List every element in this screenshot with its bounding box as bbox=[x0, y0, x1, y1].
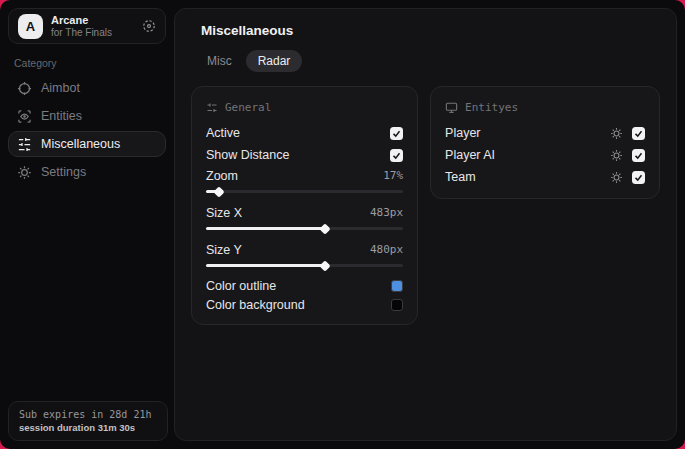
color-row-background: Color background bbox=[206, 295, 403, 314]
sidebar-item-label: Settings bbox=[41, 165, 86, 179]
category-label: Category bbox=[14, 57, 160, 69]
size-y-value: 480px bbox=[370, 243, 403, 256]
sidebar-item-aimbot[interactable]: Aimbot bbox=[8, 75, 166, 101]
sidebar-item-label: Miscellaneous bbox=[41, 137, 120, 151]
toggle-row-active: Active bbox=[206, 122, 403, 144]
tab-radar[interactable]: Radar bbox=[246, 50, 303, 72]
sliders-small-icon bbox=[206, 102, 218, 114]
tab-bar: Misc Radar bbox=[193, 48, 304, 74]
entity-gear-icon[interactable] bbox=[610, 127, 623, 140]
sidebar-item-entities[interactable]: Entities bbox=[8, 103, 166, 129]
slider-thumb[interactable] bbox=[320, 260, 331, 271]
slider-row-size-y: Size Y 480px bbox=[206, 240, 403, 259]
subscription-card: Sub expires in 28d 21h session duration … bbox=[8, 401, 168, 441]
color-outline-swatch[interactable] bbox=[391, 280, 403, 292]
tab-misc[interactable]: Misc bbox=[195, 50, 244, 72]
slider-row-size-x: Size X 483px bbox=[206, 203, 403, 222]
sidebar-item-miscellaneous[interactable]: Miscellaneous bbox=[8, 131, 166, 157]
zoom-value: 17% bbox=[383, 169, 403, 182]
sub-expiry-text: Sub expires in 28d 21h bbox=[19, 409, 157, 420]
app-title: Arcane bbox=[51, 14, 134, 27]
entity-gear-icon[interactable] bbox=[610, 171, 623, 184]
entity-row-team: Team bbox=[445, 166, 645, 188]
sidebar-item-label: Aimbot bbox=[41, 81, 80, 95]
color-row-outline: Color outline bbox=[206, 276, 403, 295]
sidebar-item-settings[interactable]: Settings bbox=[8, 159, 166, 185]
session-duration-text: session duration 31m 30s bbox=[19, 422, 157, 433]
general-panel-title: General bbox=[225, 101, 271, 114]
sidebar: A Arcane for The Finals Category bbox=[0, 0, 174, 449]
brand-card: A Arcane for The Finals bbox=[8, 8, 166, 44]
monitor-icon bbox=[445, 101, 458, 114]
player-ai-checkbox[interactable] bbox=[632, 149, 645, 162]
team-checkbox[interactable] bbox=[632, 171, 645, 184]
size-x-slider[interactable] bbox=[206, 222, 403, 234]
crosshair-icon bbox=[17, 81, 32, 96]
app-subtitle: for The Finals bbox=[51, 27, 134, 39]
slider-thumb[interactable] bbox=[213, 186, 224, 197]
gear-icon bbox=[17, 165, 32, 180]
app-window: A Arcane for The Finals Category bbox=[0, 0, 685, 449]
active-checkbox[interactable] bbox=[390, 127, 403, 140]
sliders-icon bbox=[17, 137, 32, 152]
general-panel: General Active Show Distance Zoom bbox=[191, 86, 418, 325]
app-logo: A bbox=[18, 14, 43, 39]
target-icon[interactable] bbox=[142, 19, 156, 33]
color-background-swatch[interactable] bbox=[391, 299, 403, 311]
sidebar-nav: Aimbot Entities bbox=[8, 75, 166, 185]
entities-panel-title: Entityes bbox=[465, 101, 518, 114]
toggle-row-show-distance: Show Distance bbox=[206, 144, 403, 166]
entity-gear-icon[interactable] bbox=[610, 149, 623, 162]
show-distance-checkbox[interactable] bbox=[390, 149, 403, 162]
entity-row-player: Player bbox=[445, 122, 645, 144]
main-card: Miscellaneous Misc Radar General bbox=[174, 8, 677, 441]
page-title: Miscellaneous bbox=[201, 23, 660, 38]
scan-eye-icon bbox=[17, 109, 32, 124]
player-checkbox[interactable] bbox=[632, 127, 645, 140]
entities-panel: Entityes Player bbox=[430, 86, 660, 199]
size-x-value: 483px bbox=[370, 206, 403, 219]
sidebar-item-label: Entities bbox=[41, 109, 82, 123]
zoom-slider[interactable] bbox=[206, 185, 403, 197]
entity-row-player-ai: Player AI bbox=[445, 144, 645, 166]
size-y-slider[interactable] bbox=[206, 259, 403, 271]
slider-row-zoom: Zoom 17% bbox=[206, 166, 403, 185]
slider-thumb[interactable] bbox=[320, 223, 331, 234]
